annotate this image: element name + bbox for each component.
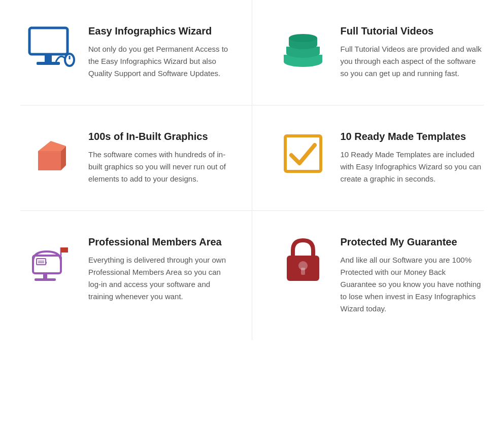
monitor-icon xyxy=(25,25,76,71)
guarantee-content: Protected My Guarantee And like all our … xyxy=(341,236,484,315)
graphics-content: 100s of In-Built Graphics The software c… xyxy=(88,131,231,185)
feature-graphics: 100s of In-Built Graphics The software c… xyxy=(0,105,252,210)
mailbox-icon xyxy=(25,236,76,282)
graphics-title: 100s of In-Built Graphics xyxy=(88,131,231,142)
feature-templates: 10 Ready Made Templates 10 Ready Made Te… xyxy=(252,105,505,210)
tutorials-content: Full Tutorial Videos Full Tutorial Video… xyxy=(341,25,484,80)
books-icon xyxy=(278,25,328,71)
members-desc: Everything is delivered through your own… xyxy=(88,254,231,303)
feature-tutorials: Full Tutorial Videos Full Tutorial Video… xyxy=(252,0,505,105)
wizard-desc: Not only do you get Permanent Access to … xyxy=(88,43,231,80)
templates-content: 10 Ready Made Templates 10 Ready Made Te… xyxy=(341,131,484,185)
svg-point-3 xyxy=(65,54,74,66)
templates-desc: 10 Ready Made Templates are included wit… xyxy=(341,149,484,185)
svg-rect-19 xyxy=(61,247,68,253)
lock-icon xyxy=(278,236,328,284)
box-icon xyxy=(25,131,76,176)
tutorials-title: Full Tutorial Videos xyxy=(341,25,484,37)
feature-members: Professional Members Area Everything is … xyxy=(0,211,252,340)
wizard-title: Easy Infographics Wizard xyxy=(88,25,231,37)
svg-rect-27 xyxy=(301,268,305,275)
graphics-desc: The software comes with hundreds of in-b… xyxy=(88,149,231,185)
members-title: Professional Members Area xyxy=(88,236,231,248)
guarantee-title: Protected My Guarantee xyxy=(341,236,484,248)
guarantee-desc: And like all our Software you are 100% P… xyxy=(341,254,484,315)
svg-marker-13 xyxy=(38,141,66,151)
wizard-content: Easy Infographics Wizard Not only do you… xyxy=(88,25,231,80)
svg-point-11 xyxy=(289,34,317,42)
templates-title: 10 Ready Made Templates xyxy=(341,131,484,142)
check-icon xyxy=(278,131,328,176)
svg-rect-21 xyxy=(35,278,56,281)
tutorials-desc: Full Tutorial Videos are provided and wa… xyxy=(341,43,484,80)
members-content: Professional Members Area Everything is … xyxy=(88,236,231,303)
svg-rect-1 xyxy=(45,54,52,62)
features-grid: Easy Infographics Wizard Not only do you… xyxy=(0,0,504,340)
svg-rect-0 xyxy=(29,28,68,54)
feature-guarantee: Protected My Guarantee And like all our … xyxy=(252,211,505,340)
svg-rect-22 xyxy=(37,259,46,265)
svg-marker-12 xyxy=(38,151,61,170)
svg-rect-2 xyxy=(37,62,60,65)
feature-wizard: Easy Infographics Wizard Not only do you… xyxy=(0,0,252,105)
